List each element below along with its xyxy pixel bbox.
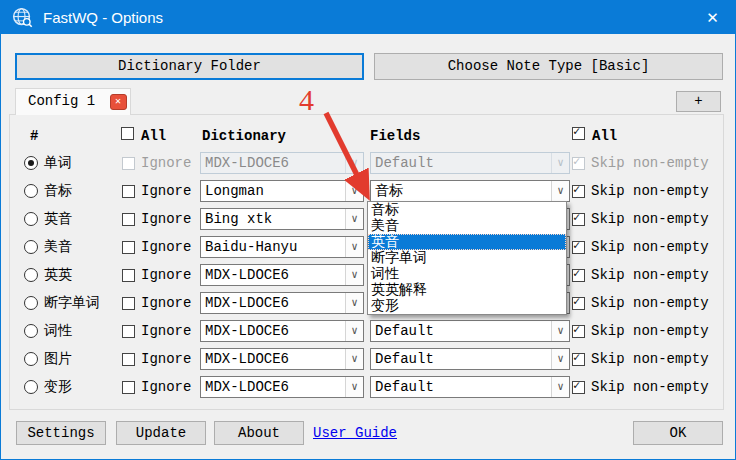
- add-tab-button[interactable]: +: [676, 91, 721, 112]
- ignore-label: Ignore: [141, 205, 191, 233]
- dropdown-option[interactable]: 断字单词: [368, 250, 566, 266]
- check-icon: ✓: [573, 126, 584, 139]
- word-type-radio[interactable]: [24, 184, 38, 198]
- word-type-radio[interactable]: [24, 268, 38, 282]
- ignore-checkbox[interactable]: [122, 269, 135, 282]
- dictionary-combobox[interactable]: MDX-LDOCE6∨: [200, 376, 364, 398]
- dropdown-option[interactable]: 美音: [368, 218, 566, 234]
- skip-checkbox[interactable]: ✓: [572, 241, 585, 254]
- skip-checkbox[interactable]: ✓: [572, 269, 585, 282]
- dictionary-combobox[interactable]: Bing xtk∨: [200, 208, 364, 230]
- chevron-down-icon: ∨: [345, 209, 363, 229]
- dictionary-combobox[interactable]: MDX-LDOCE6∨: [200, 320, 364, 342]
- annotation-step-number: 4: [299, 83, 314, 117]
- dropdown-option-highlighted[interactable]: 英音: [368, 234, 566, 250]
- fields-dropdown-list: 音标 美音 英音 断字单词 词性 英英解释 变形: [367, 201, 567, 315]
- chevron-down-icon: ∨: [345, 265, 363, 285]
- close-button[interactable]: ✕: [690, 1, 735, 34]
- ignore-checkbox[interactable]: [122, 185, 135, 198]
- row-label: 断字单词: [44, 289, 100, 317]
- fields-combobox[interactable]: Default∨: [370, 376, 570, 398]
- dropdown-option[interactable]: 音标: [368, 202, 566, 218]
- check-icon: ✓: [573, 352, 584, 365]
- check-icon: ✓: [573, 380, 584, 393]
- ignore-checkbox[interactable]: [122, 325, 135, 338]
- header-index: #: [30, 128, 38, 144]
- skip-label: Skip non-empty: [591, 289, 709, 317]
- row-label: 音标: [44, 177, 72, 205]
- update-button[interactable]: Update: [116, 421, 206, 445]
- ok-button[interactable]: OK: [633, 421, 723, 445]
- chevron-down-icon: ∨: [551, 377, 569, 397]
- ignore-label: Ignore: [141, 233, 191, 261]
- word-type-radio[interactable]: [24, 380, 38, 394]
- dropdown-option[interactable]: 英英解释: [368, 282, 566, 298]
- check-icon: ✓: [573, 268, 584, 281]
- skip-label: Skip non-empty: [591, 205, 709, 233]
- chevron-down-icon: ∨: [551, 349, 569, 369]
- skip-checkbox[interactable]: ✓: [572, 353, 585, 366]
- ignore-label: Ignore: [141, 177, 191, 205]
- fields-combobox[interactable]: Default∨: [370, 320, 570, 342]
- row-label: 图片: [44, 345, 72, 373]
- dropdown-option[interactable]: 词性: [368, 266, 566, 282]
- ignore-checkbox[interactable]: [122, 353, 135, 366]
- tab-config-1[interactable]: Config 1 ✕: [15, 88, 131, 115]
- skip-checkbox[interactable]: ✓: [572, 325, 585, 338]
- settings-button[interactable]: Settings: [16, 421, 106, 445]
- word-type-radio[interactable]: [24, 156, 38, 170]
- skip-label: Skip non-empty: [591, 317, 709, 345]
- ignore-checkbox[interactable]: [122, 381, 135, 394]
- ignore-checkbox[interactable]: [122, 297, 135, 310]
- chevron-down-icon: ∨: [345, 153, 363, 173]
- check-icon: ✓: [573, 240, 584, 253]
- row-label: 词性: [44, 317, 72, 345]
- fields-combobox[interactable]: Default∨: [370, 348, 570, 370]
- check-icon: ✓: [573, 212, 584, 225]
- word-type-radio[interactable]: [24, 352, 38, 366]
- ignore-label: Ignore: [141, 289, 191, 317]
- table-row: 词性 Ignore MDX-LDOCE6∨ Default∨ ✓ Skip no…: [10, 317, 725, 345]
- row-label: 英英: [44, 261, 72, 289]
- skip-label: Skip non-empty: [591, 177, 709, 205]
- fields-combobox-open[interactable]: 音标∨: [370, 180, 570, 202]
- word-type-radio[interactable]: [24, 296, 38, 310]
- skip-checkbox[interactable]: ✓: [572, 297, 585, 310]
- header-dictionary: Dictionary: [202, 128, 286, 144]
- ignore-checkbox: [122, 157, 135, 170]
- close-icon: ✕: [706, 9, 719, 26]
- skip-checkbox[interactable]: ✓: [572, 185, 585, 198]
- dictionary-combobox[interactable]: MDX-LDOCE6∨: [200, 264, 364, 286]
- skip-checkbox[interactable]: ✓: [572, 213, 585, 226]
- chevron-down-icon: ∨: [551, 153, 569, 173]
- word-type-radio[interactable]: [24, 324, 38, 338]
- all-skip-checkbox[interactable]: ✓: [572, 127, 585, 140]
- window-title: FastWQ - Options: [43, 1, 163, 34]
- dictionary-combobox[interactable]: MDX-LDOCE6∨: [200, 292, 364, 314]
- ignore-checkbox[interactable]: [122, 213, 135, 226]
- all-ignore-checkbox[interactable]: [121, 127, 134, 140]
- skip-label: Skip non-empty: [591, 345, 709, 373]
- dictionary-combobox[interactable]: MDX-LDOCE6∨: [200, 348, 364, 370]
- word-type-radio[interactable]: [24, 212, 38, 226]
- dictionary-folder-button[interactable]: Dictionary Folder: [15, 53, 364, 80]
- skip-label: Skip non-empty: [591, 233, 709, 261]
- word-type-radio[interactable]: [24, 240, 38, 254]
- chevron-down-icon: ∨: [345, 237, 363, 257]
- row-label: 变形: [44, 373, 72, 401]
- tab-close-icon[interactable]: ✕: [110, 94, 127, 110]
- skip-checkbox[interactable]: ✓: [572, 381, 585, 394]
- ignore-checkbox[interactable]: [122, 241, 135, 254]
- dictionary-combobox[interactable]: Longman∨: [200, 180, 364, 202]
- tab-config-label: Config 1: [28, 93, 95, 109]
- about-button[interactable]: About: [214, 421, 304, 445]
- skip-label: Skip non-empty: [591, 373, 709, 401]
- user-guide-link[interactable]: User Guide: [313, 421, 397, 445]
- table-row: 变形 Ignore MDX-LDOCE6∨ Default∨ ✓ Skip no…: [10, 373, 725, 401]
- row-label: 单词: [44, 149, 72, 177]
- choose-note-type-button[interactable]: Choose Note Type [Basic]: [374, 53, 723, 80]
- chevron-down-icon: ∨: [551, 321, 569, 341]
- header-fields: Fields: [370, 128, 420, 144]
- dropdown-option[interactable]: 变形: [368, 298, 566, 314]
- dictionary-combobox[interactable]: Baidu-Hanyu∨: [200, 236, 364, 258]
